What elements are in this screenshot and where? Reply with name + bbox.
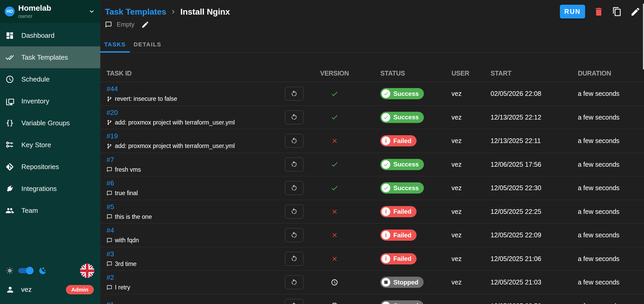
status-cell: Success [354,182,451,194]
start-cell: 12/05/2025 20:56 [491,302,578,304]
task-message-text: fresh vms [115,166,141,173]
status-icon [382,278,390,287]
task-message: revert: insecure to false [107,95,273,102]
user-panel[interactable]: vez Admin [0,279,100,304]
task-id-link[interactable]: #5 [107,203,114,211]
rerun-button[interactable] [285,299,304,304]
language-flag-uk[interactable] [80,264,94,278]
rerun-button[interactable] [285,158,304,171]
edit-description-icon[interactable] [141,21,149,29]
task-start: 12/05/2025 21:03 [491,278,541,286]
task-cell: #3 3rd time [100,250,273,268]
rerun-button[interactable] [285,228,304,242]
status-label: Success [393,114,419,121]
sidebar-item-schedule[interactable]: Schedule [0,68,100,90]
start-cell: 12/05/2025 22:09 [491,231,578,239]
status-cell: Success [354,112,451,123]
sidebar-item-task-templates[interactable]: Task Templates [0,46,100,68]
task-id-link[interactable]: #19 [107,132,118,140]
status-icon [382,184,390,192]
rerun-button[interactable] [285,275,304,289]
restart-icon [290,137,298,145]
rerun-button[interactable] [285,205,304,219]
checkall-icon [5,53,14,62]
version-cell [315,113,354,121]
task-id-link[interactable]: #4 [107,226,114,234]
task-duration: a few seconds [578,90,620,97]
task-id-link[interactable]: #20 [107,109,118,117]
status-label: Stopped [393,279,418,286]
status-icon: i [382,231,390,239]
rerun-cell [273,299,315,304]
rerun-button[interactable] [285,110,304,124]
rerun-button[interactable] [285,134,304,148]
task-cell: #1 [100,301,273,304]
run-button[interactable]: RUN [560,5,585,18]
task-message: add: proxmox project with terraform_user… [107,142,273,150]
duration-cell: a few seconds [578,137,644,145]
version-ok-icon [331,90,338,98]
duration-cell: a few seconds [578,302,644,304]
table-row: #44 revert: insecure to false Succes [100,82,644,106]
theme-toggle[interactable] [18,267,33,275]
tab-tasks[interactable]: TASKS [100,36,130,52]
task-id-link[interactable]: #7 [107,156,114,164]
copy-icon[interactable] [612,7,622,16]
breadcrumb-parent-link[interactable]: Task Templates [105,7,166,17]
theme-toggle-thumb[interactable] [26,267,34,275]
task-user: vez [451,137,462,144]
project-switcher[interactable]: HO Homelab owner [0,0,100,23]
version-wait-icon [331,279,338,286]
user-cell: vez [451,231,491,239]
version-fail-icon [331,137,338,144]
user-cell: vez [451,137,491,145]
rerun-button[interactable] [285,87,304,101]
task-cell: #2 I retry [100,274,273,291]
sidebar-item-label: Repositories [21,163,59,171]
version-ok-icon [331,160,338,168]
task-message-text: true final [115,190,138,197]
status-icon [382,160,390,169]
sidebar-item-label: Schedule [21,75,49,83]
app-root: HO Homelab owner Dashboard Task Template… [0,0,644,304]
scrollbar[interactable] [643,4,644,69]
monitor-icon [5,96,14,106]
start-cell: 12/13/2025 22:11 [491,137,578,145]
tab-details[interactable]: DETAILS [130,36,165,52]
task-start: 12/06/2025 17:56 [491,161,541,168]
task-id-link[interactable]: #6 [107,179,114,187]
main-content: Task Templates Install Nginx RUN Empty T… [100,0,644,304]
chevron-down-icon[interactable] [88,8,96,15]
rerun-cell [273,158,315,171]
rerun-button[interactable] [285,181,304,195]
task-id-link[interactable]: #3 [107,250,114,258]
sidebar-item-inventory[interactable]: Inventory [0,90,100,112]
edit-icon[interactable] [630,7,641,17]
task-id-link[interactable]: #2 [107,274,114,282]
sidebar-item-team[interactable]: Team [0,200,100,221]
task-duration: a few seconds [578,137,620,144]
user-cell: vez [451,90,491,97]
start-cell: 12/05/2025 22:30 [491,184,578,192]
status-icon: i [382,207,390,216]
duration-cell: a few seconds [578,278,644,286]
delete-icon[interactable] [593,7,604,17]
sidebar-item-variable-groups[interactable]: Variable Groups [0,112,100,134]
sidebar-item-key-store[interactable]: Key Store [0,134,100,156]
commit-icon [107,143,112,149]
dashboard-icon [5,31,14,40]
restart-icon [290,255,298,262]
rerun-cell [273,87,315,101]
sidebar-item-repositories[interactable]: Repositories [0,156,100,178]
task-id-link[interactable]: #1 [107,301,114,304]
duration-cell: a few seconds [578,208,644,215]
sidebar-menu: Dashboard Task Templates Schedule Invent… [0,23,100,221]
task-id-link[interactable]: #44 [107,85,118,93]
rerun-button[interactable] [285,252,304,266]
sidebar-item-integrations[interactable]: Integrations [0,178,100,200]
task-user: vez [451,161,462,168]
task-user: vez [451,255,462,262]
table-row: #7 fresh vms Success [100,153,644,177]
check-icon [383,162,389,167]
sidebar-item-dashboard[interactable]: Dashboard [0,24,100,46]
